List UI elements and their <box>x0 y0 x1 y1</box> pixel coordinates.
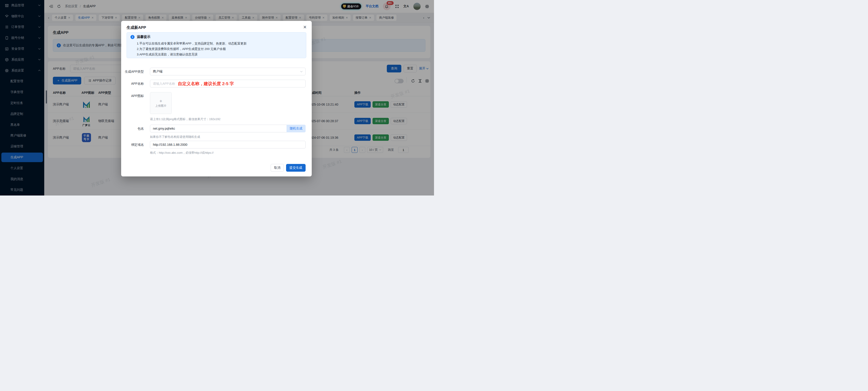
modal-close-icon[interactable]: ✕ <box>303 25 307 30</box>
tip-line: 1.平台可以在线生成专属安卓和苹果APP，支持品牌定制、热更新、动态配置更新 <box>137 41 247 46</box>
tip-title: 温馨提示 <box>137 35 150 39</box>
submit-generate-button[interactable]: 提交生成 <box>286 164 306 172</box>
random-generate-button[interactable]: 随机生成 <box>286 125 306 132</box>
domain-help-text: 格式：http://xxx.abc.com，必须带http://或https:/… <box>150 151 214 155</box>
upload-label: 上传图片 <box>155 104 166 108</box>
package-input-wrap: 随机生成 <box>150 125 306 132</box>
bind-domain-input[interactable] <box>153 143 303 146</box>
package-name-input[interactable] <box>153 127 284 130</box>
app-type-label: 生成APP类型 <box>121 70 144 74</box>
domain-label: 绑定域名 <box>121 143 144 147</box>
tip-line: 3.APP生成后无法退款，请注意确认信息无误 <box>137 52 197 57</box>
modal-title: 生成新APP <box>127 25 146 30</box>
tip-line: 2.为了避免资源浪费和良性循环，APP生成需支付 200 元账户余额 <box>137 47 226 51</box>
plus-icon: ＋ <box>159 99 163 103</box>
chevron-down-icon <box>300 71 303 73</box>
generate-app-modal: 生成新APP ✕ i 温馨提示 1.平台可以在线生成专属安卓和苹果APP，支持品… <box>121 21 312 176</box>
name-annotation-red-text: 自定义名称，建议长度 2-5 字 <box>178 81 234 87</box>
icon-help-text: 请上传1:1比例png格式图标，最佳效果尺寸：192x192 <box>150 117 220 121</box>
package-help-text: 如果你不了解包名构造请使用随机生成 <box>150 135 200 139</box>
app-type-value: 商户端 <box>153 69 162 74</box>
package-label: 包名 <box>121 127 144 131</box>
app-icon-label: APP图标 <box>121 94 144 98</box>
cancel-button[interactable]: 取消 <box>271 164 284 172</box>
domain-input-wrap <box>150 141 306 148</box>
modal-tip-alert: i 温馨提示 1.平台可以在线生成专属安卓和苹果APP，支持品牌定制、热更新、动… <box>127 32 306 58</box>
app-type-select[interactable]: 商户端 <box>150 68 306 75</box>
app-name-label: APP名称 <box>121 82 144 86</box>
info-icon: i <box>130 35 134 39</box>
upload-image-button[interactable]: ＋ 上传图片 <box>150 92 172 114</box>
